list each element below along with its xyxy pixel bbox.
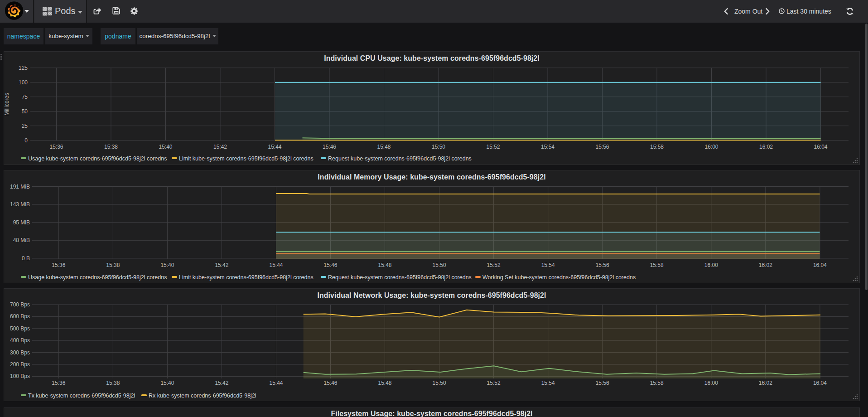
svg-text:15:56: 15:56 — [595, 144, 609, 150]
svg-text:15:36: 15:36 — [52, 380, 65, 386]
svg-text:400 Bps: 400 Bps — [10, 337, 30, 344]
svg-text:48 MiB: 48 MiB — [13, 237, 30, 243]
svg-text:15:50: 15:50 — [433, 380, 446, 386]
svg-text:15:44: 15:44 — [269, 262, 283, 268]
svg-text:600 Bps: 600 Bps — [10, 313, 30, 320]
svg-text:75: 75 — [22, 94, 28, 100]
svg-text:15:36: 15:36 — [52, 262, 65, 268]
svg-text:16:04: 16:04 — [813, 380, 827, 386]
svg-text:15:40: 15:40 — [160, 380, 174, 386]
svg-text:15:40: 15:40 — [160, 262, 174, 268]
svg-text:125: 125 — [19, 65, 28, 71]
svg-text:15:54: 15:54 — [541, 144, 555, 150]
svg-text:15:46: 15:46 — [323, 144, 336, 150]
svg-text:15:48: 15:48 — [378, 262, 391, 268]
svg-text:15:56: 15:56 — [596, 262, 609, 268]
svg-text:15:58: 15:58 — [650, 262, 664, 268]
svg-text:15:42: 15:42 — [213, 144, 227, 150]
svg-text:95 MiB: 95 MiB — [13, 219, 30, 226]
svg-text:300 Bps: 300 Bps — [10, 349, 30, 356]
svg-text:15:54: 15:54 — [541, 380, 555, 386]
svg-text:15:58: 15:58 — [650, 144, 664, 150]
svg-text:15:48: 15:48 — [377, 144, 391, 150]
svg-text:15:42: 15:42 — [215, 262, 228, 268]
svg-text:500 Bps: 500 Bps — [10, 325, 30, 332]
svg-text:16:00: 16:00 — [704, 380, 718, 386]
svg-text:16:00: 16:00 — [704, 144, 718, 150]
svg-text:15:42: 15:42 — [215, 380, 228, 386]
svg-text:15:52: 15:52 — [487, 380, 501, 386]
svg-text:15:46: 15:46 — [323, 262, 337, 268]
svg-text:15:38: 15:38 — [104, 144, 118, 150]
svg-text:16:02: 16:02 — [759, 144, 773, 150]
svg-text:15:38: 15:38 — [106, 380, 120, 386]
svg-text:16:02: 16:02 — [759, 380, 772, 386]
svg-text:100: 100 — [19, 79, 28, 86]
svg-text:16:02: 16:02 — [759, 262, 772, 268]
svg-text:0: 0 — [24, 137, 28, 144]
svg-text:700 Bps: 700 Bps — [10, 301, 30, 308]
svg-text:200 Bps: 200 Bps — [10, 361, 30, 368]
svg-text:15:36: 15:36 — [49, 144, 63, 150]
svg-text:100 Bps: 100 Bps — [10, 373, 30, 379]
svg-text:25: 25 — [22, 123, 28, 129]
svg-text:143 MiB: 143 MiB — [10, 201, 30, 208]
svg-text:0 B: 0 B — [22, 255, 30, 262]
svg-text:15:40: 15:40 — [159, 144, 172, 150]
svg-text:50: 50 — [22, 108, 28, 115]
svg-text:16:00: 16:00 — [704, 262, 718, 268]
svg-text:15:58: 15:58 — [650, 380, 664, 386]
svg-text:15:44: 15:44 — [269, 380, 283, 386]
svg-text:15:52: 15:52 — [487, 262, 501, 268]
svg-text:15:50: 15:50 — [432, 144, 445, 150]
svg-text:191 MiB: 191 MiB — [10, 184, 30, 190]
svg-text:15:50: 15:50 — [433, 262, 446, 268]
svg-text:15:52: 15:52 — [486, 144, 500, 150]
svg-text:15:56: 15:56 — [596, 380, 609, 386]
svg-text:16:04: 16:04 — [814, 144, 827, 150]
svg-text:15:46: 15:46 — [323, 380, 337, 386]
svg-text:15:44: 15:44 — [268, 144, 281, 150]
svg-text:15:48: 15:48 — [378, 380, 391, 386]
svg-text:16:04: 16:04 — [813, 262, 827, 268]
svg-text:15:38: 15:38 — [106, 262, 120, 268]
svg-text:15:54: 15:54 — [541, 262, 555, 268]
svg-text:Millicores: Millicores — [4, 93, 10, 116]
